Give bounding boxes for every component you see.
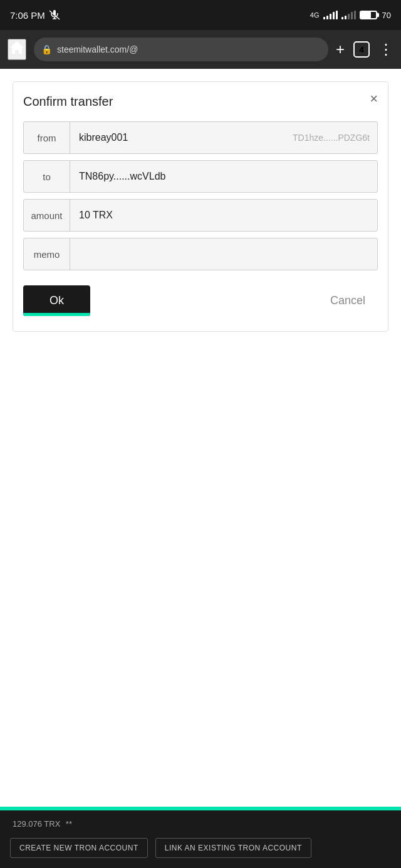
browser-actions: + 4 ⋮	[336, 41, 393, 58]
signal-bars-2	[341, 11, 356, 19]
trx-balance: 129.076 TRX **	[10, 818, 391, 829]
memo-row: memo	[23, 238, 378, 270]
browser-bar: 🔒 steemitwallet.com/@ + 4 ⋮	[0, 30, 401, 69]
lock-icon: 🔒	[41, 44, 52, 54]
create-tron-account-button[interactable]: CREATE NEW TRON ACCOUNT	[10, 838, 148, 858]
bottom-bar: 129.076 TRX ** CREATE NEW TRON ACCOUNT L…	[0, 807, 401, 868]
to-value: TN86py......wcVLdb	[70, 163, 377, 190]
to-row: to TN86py......wcVLdb	[23, 160, 378, 193]
amount-value: 10 TRX	[70, 202, 377, 228]
button-row: Ok Cancel	[23, 285, 378, 316]
from-value: kibreay001	[70, 125, 293, 151]
new-tab-button[interactable]: +	[336, 41, 345, 58]
to-label: to	[24, 161, 70, 192]
bottom-buttons: CREATE NEW TRON ACCOUNT LINK AN EXISTING…	[10, 838, 391, 858]
url-text: steemitwallet.com/@	[57, 44, 138, 54]
close-button[interactable]: ×	[370, 92, 378, 106]
amount-label: amount	[24, 200, 70, 231]
status-right: 4G 70	[310, 11, 391, 20]
home-icon	[9, 40, 25, 59]
status-left: 7:06 PM	[10, 10, 60, 21]
time-display: 7:06 PM	[10, 10, 45, 21]
tab-count: 4	[353, 41, 370, 58]
memo-value	[70, 247, 377, 262]
from-label: from	[24, 122, 70, 153]
ok-button[interactable]: Ok	[23, 285, 90, 316]
plus-icon: +	[336, 41, 345, 58]
mute-icon	[49, 10, 60, 20]
dialog-title: Confirm transfer	[23, 94, 378, 109]
battery-icon: 70	[360, 11, 391, 20]
tab-switcher-button[interactable]: 4	[353, 41, 370, 58]
from-row: from kibreay001 TD1hze......PDZG6t	[23, 121, 378, 154]
memo-label: memo	[24, 238, 70, 270]
home-button[interactable]	[8, 39, 26, 60]
bottom-content: 129.076 TRX ** CREATE NEW TRON ACCOUNT L…	[0, 810, 401, 868]
amount-row: amount 10 TRX	[23, 199, 378, 232]
signal-bars-1	[323, 11, 338, 19]
confirm-transfer-dialog: Confirm transfer × from kibreay001 TD1hz…	[13, 81, 388, 332]
network-label: 4G	[310, 11, 320, 19]
more-icon: ⋮	[378, 41, 393, 58]
more-menu-button[interactable]: ⋮	[378, 41, 393, 58]
address-bar[interactable]: 🔒 steemitwallet.com/@	[34, 38, 328, 61]
from-secondary: TD1hze......PDZG6t	[293, 133, 377, 143]
cancel-button[interactable]: Cancel	[318, 285, 378, 316]
link-tron-account-button[interactable]: LINK AN EXISTING TRON ACCOUNT	[155, 838, 311, 858]
page-content: Confirm transfer × from kibreay001 TD1hz…	[0, 69, 401, 507]
battery-level: 70	[382, 11, 391, 20]
status-bar: 7:06 PM 4G	[0, 0, 401, 30]
